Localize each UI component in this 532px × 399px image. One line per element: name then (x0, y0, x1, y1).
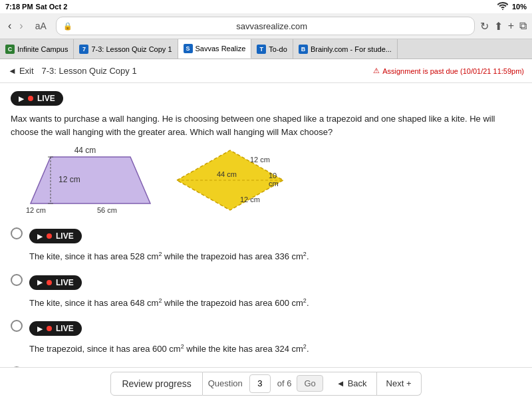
tabs-button[interactable]: ⧉ (519, 20, 527, 32)
live-label-b: LIVE (56, 278, 74, 287)
live-button-top[interactable]: ▶ LIVE (11, 91, 63, 106)
tab-brainly[interactable]: B Brainly.com - For stude... (293, 39, 398, 59)
svg-text:12 cm: 12 cm (250, 156, 270, 164)
option-b-text: The kite, since it has area 648 cm2 whil… (29, 297, 521, 310)
play-icon-a: ▶ (37, 233, 43, 240)
radio-option-b[interactable] (11, 274, 23, 286)
tab-brainly-label: Brainly.com - For stude... (311, 45, 392, 53)
quiz-favicon: 7 (79, 45, 88, 54)
play-icon-c: ▶ (37, 325, 43, 332)
question-text: Max wants to purchase a wall hanging. He… (11, 112, 521, 138)
list-item: ▶ LIVE The kite, since it has area 528 c… (11, 225, 521, 263)
option-c-content: ▶ LIVE The trapezoid, since it has area … (29, 317, 521, 356)
tab-campus-label: Infinite Campus (17, 45, 68, 53)
live-button-a[interactable]: ▶ LIVE (29, 229, 82, 243)
kite-shape: 12 cm 44 cm 10 cm 12 cm (170, 144, 290, 217)
url-text: savvasrealize.com (76, 21, 467, 31)
live-label-c: LIVE (56, 324, 74, 333)
trapezoid-shape: 44 cm 12 cm 12 cm 56 cm (24, 144, 157, 217)
live-dot-b (47, 280, 52, 285)
next-label: Next + (386, 378, 412, 388)
lock-icon: 🔒 (63, 22, 72, 31)
brainly-favicon: B (299, 45, 308, 54)
question-navigator: Question of 6 Go (203, 372, 327, 396)
bottom-nav: Review progress Question of 6 Go ◄ Back … (0, 367, 532, 399)
reader-button[interactable]: aA (31, 19, 51, 33)
back-arrow-icon: ◄ (336, 378, 345, 388)
tab-quiz-label: 7-3: Lesson Quiz Copy 1 (91, 45, 172, 53)
svg-text:10: 10 (269, 172, 277, 180)
svg-text:cm: cm (269, 180, 279, 188)
exit-button[interactable]: ◄ Exit (8, 66, 34, 76)
play-icon-b: ▶ (37, 279, 43, 286)
todo-favicon: T (257, 45, 266, 54)
live-dot-a (47, 233, 52, 239)
tab-savvas-label: Savvas Realize (196, 45, 246, 53)
option-c-text: The trapezoid, since it has area 600 cm2… (29, 342, 521, 356)
assignment-due-notice: ⚠ Assignment is past due (10/01/21 11:59… (373, 66, 524, 75)
lesson-title: 7-3: Lesson Quiz Copy 1 (42, 66, 137, 76)
svg-text:12 cm: 12 cm (240, 196, 260, 203)
question-nav-label: Question (203, 378, 248, 388)
live-label: LIVE (37, 94, 55, 103)
svg-text:12 cm: 12 cm (59, 175, 80, 184)
status-bar: 7:18 PM Sat Oct 2 10% (0, 0, 532, 13)
address-bar[interactable]: 🔒 savvasrealize.com (56, 17, 475, 35)
date-display: Sat Oct 2 (36, 3, 68, 11)
svg-text:44 cm: 44 cm (217, 170, 237, 178)
refresh-button[interactable]: ↻ (480, 20, 489, 33)
option-a-text: The kite, since it has area 528 cm2 whil… (29, 250, 521, 263)
back-button[interactable]: ◄ Back (327, 372, 377, 396)
option-b-content: ▶ LIVE The kite, since it has area 648 c… (29, 271, 521, 310)
option-a-content: ▶ LIVE The kite, since it has area 528 c… (29, 225, 521, 263)
svg-text:56 cm: 56 cm (97, 206, 117, 214)
back-nav-button[interactable]: ‹ (5, 19, 14, 33)
content-area: ▶ LIVE Max wants to purchase a wall hang… (0, 83, 532, 368)
exit-label: Exit (19, 66, 34, 76)
tab-quiz[interactable]: 7 7-3: Lesson Quiz Copy 1 (74, 39, 178, 59)
tab-campus[interactable]: C Infinite Campus (0, 39, 74, 59)
wifi-icon (497, 2, 508, 11)
svg-text:12 cm: 12 cm (26, 206, 46, 214)
tabs-bar: C Infinite Campus 7 7-3: Lesson Quiz Cop… (0, 39, 532, 59)
left-chevron-icon: ◄ (8, 66, 17, 76)
go-button[interactable]: Go (297, 375, 323, 392)
browser-chrome: ‹ › aA 🔒 savvasrealize.com ↻ ⬆ + ⧉ (0, 13, 532, 39)
live-label-a: LIVE (56, 231, 74, 241)
forward-nav-button[interactable]: › (17, 19, 25, 33)
question-number-input[interactable] (249, 374, 271, 393)
live-dot-c (47, 326, 52, 331)
campus-favicon: C (5, 45, 15, 54)
back-label: Back (348, 378, 367, 388)
svg-text:44 cm: 44 cm (74, 146, 96, 155)
shapes-container: 44 cm 12 cm 12 cm 56 cm 12 cm 44 cm 10 c… (24, 144, 521, 217)
live-button-b[interactable]: ▶ LIVE (29, 275, 82, 290)
review-progress-button[interactable]: Review progress (110, 372, 202, 396)
tab-todo[interactable]: T To-do (251, 39, 293, 59)
options-list: ▶ LIVE The kite, since it has area 528 c… (11, 225, 521, 368)
warning-icon: ⚠ (373, 66, 380, 75)
due-text: Assignment is past due (10/01/21 11:59pm… (382, 67, 524, 75)
live-button-c[interactable]: ▶ LIVE (29, 321, 82, 336)
list-item: ▶ LIVE The kite, since it has area 648 c… (11, 271, 521, 310)
svg-marker-0 (31, 157, 150, 203)
radio-option-a[interactable] (11, 227, 23, 239)
new-tab-button[interactable]: + (508, 20, 514, 32)
list-item: ▶ LIVE The trapezoid, since it has area … (11, 317, 521, 356)
app-header: ◄ Exit 7-3: Lesson Quiz Copy 1 ⚠ Assignm… (0, 59, 532, 83)
next-button[interactable]: Next + (377, 372, 422, 396)
tab-todo-label: To-do (269, 45, 287, 53)
battery-display: 10% (512, 3, 527, 11)
share-button[interactable]: ⬆ (494, 20, 503, 33)
tab-savvas[interactable]: S Savvas Realize (178, 39, 252, 59)
savvas-favicon: S (184, 44, 193, 53)
live-dot (28, 96, 33, 101)
time-display: 7:18 PM (5, 3, 33, 11)
play-icon: ▶ (19, 95, 24, 102)
radio-option-c[interactable] (11, 320, 23, 332)
of-total-label: of 6 (272, 378, 297, 388)
